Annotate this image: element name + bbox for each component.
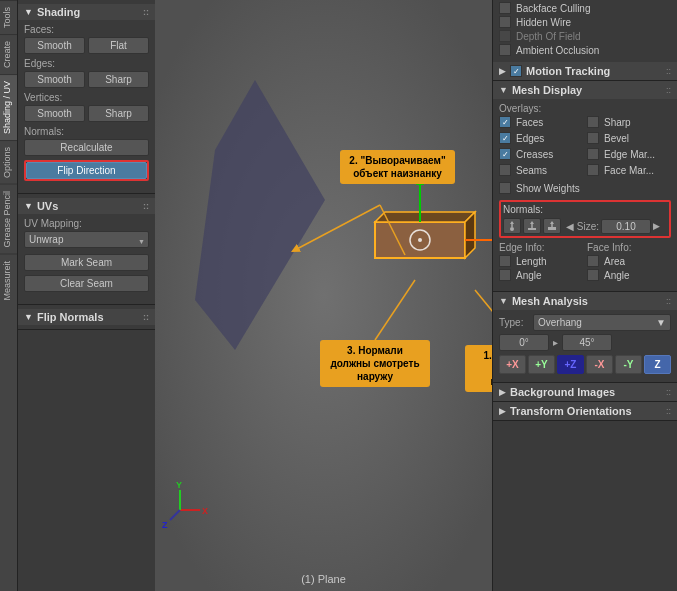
sharp-overlay-row: Sharp: [587, 116, 671, 128]
seams-check[interactable]: [499, 164, 511, 176]
mark-seam-row: Mark Seam: [24, 254, 149, 271]
sharp-verts-btn[interactable]: Sharp: [88, 105, 149, 122]
angle1-input[interactable]: [499, 334, 549, 351]
svg-marker-31: [550, 221, 554, 224]
depth-of-field-check[interactable]: [499, 30, 511, 42]
ambient-occlusion-label: Ambient Occlusion: [516, 45, 599, 56]
uvs-header[interactable]: ▼ UVs ::: [18, 198, 155, 214]
pos-z-btn[interactable]: +Z: [557, 355, 584, 374]
motion-tracking-section: ▶ Motion Tracking ::: [493, 62, 677, 81]
edge-length-row: Length: [499, 255, 583, 267]
left-panel: ▼ Shading :: Faces: Smooth Flat Edges: S…: [18, 0, 155, 591]
face-area-check[interactable]: [587, 255, 599, 267]
pos-y-btn[interactable]: -Y: [615, 355, 642, 374]
tab-shading-uv[interactable]: Shading / UV: [0, 74, 17, 140]
transform-axis-row: +X +Y +Z -X -Y Z: [499, 355, 671, 374]
bi-title: Background Images: [510, 386, 615, 398]
face-area-row: Area: [587, 255, 671, 267]
md-title: Mesh Display: [512, 84, 582, 96]
edge-info-col: Edge Info: Length Angle: [499, 242, 583, 283]
mesh-analysis-header[interactable]: ▼ Mesh Analysis ::: [493, 292, 677, 310]
neg-y-btn[interactable]: +Y: [528, 355, 555, 374]
creases-check[interactable]: [499, 148, 511, 160]
svg-line-20: [170, 510, 180, 520]
shading-triangle: ▼: [24, 7, 33, 17]
sharp-check[interactable]: [587, 116, 599, 128]
faces-overlay-row: Faces: [499, 116, 583, 128]
tab-tools[interactable]: Tools: [0, 0, 17, 34]
to-triangle: ▶: [499, 406, 506, 416]
smooth-verts-btn[interactable]: Smooth: [24, 105, 85, 122]
tab-options[interactable]: Options: [0, 140, 17, 184]
edges-btn-row: Smooth Sharp: [24, 71, 149, 88]
vertex-normal-btn[interactable]: [503, 218, 521, 234]
creases-overlay-label: Creases: [516, 149, 553, 160]
flat-faces-btn[interactable]: Flat: [88, 37, 149, 54]
ambient-occlusion-check[interactable]: [499, 44, 511, 56]
face-area-label: Area: [604, 256, 625, 267]
edge-length-check[interactable]: [499, 255, 511, 267]
clear-seam-row: Clear Seam: [24, 275, 149, 292]
uvs-title: UVs: [37, 200, 58, 212]
mt-check[interactable]: [510, 65, 522, 77]
edges-overlay-row: Edges: [499, 132, 583, 144]
show-weights-check[interactable]: [499, 182, 511, 194]
svg-marker-8: [416, 175, 424, 185]
shading-drag: ::: [143, 7, 149, 17]
mesh-display-header[interactable]: ▼ Mesh Display ::: [493, 81, 677, 99]
bevel-check[interactable]: [587, 132, 599, 144]
normals-size-input[interactable]: [601, 219, 651, 234]
angle2-input[interactable]: [562, 334, 612, 351]
clear-seam-btn[interactable]: Clear Seam: [24, 275, 149, 292]
shading-header[interactable]: ▼ Shading ::: [18, 4, 155, 20]
seams-overlay-label: Seams: [516, 165, 547, 176]
pos-x-btn[interactable]: -X: [586, 355, 613, 374]
seams-overlay-row: Seams: [499, 164, 583, 176]
top-checkboxes: Backface Culling Hidden Wire Depth Of Fi…: [493, 0, 677, 62]
transform-orientations-section: ▶ Transform Orientations ::: [493, 402, 677, 421]
uv-mapping-select[interactable]: Unwrap: [24, 231, 149, 248]
edge-length-label: Length: [516, 256, 547, 267]
hidden-wire-check[interactable]: [499, 16, 511, 28]
svg-marker-3: [375, 212, 475, 222]
viewport: Top Ortho: [155, 0, 492, 591]
flip-normals-drag: ::: [143, 312, 149, 322]
tab-grease-pencil[interactable]: Grease Pencil: [0, 184, 17, 254]
edge-mar-check[interactable]: [587, 148, 599, 160]
loop-normal-btn[interactable]: [523, 218, 541, 234]
flip-direction-row: Flip Direction: [24, 160, 149, 181]
normals-buttons: ◀ Size: ▶: [503, 218, 667, 234]
motion-tracking-header[interactable]: ▶ Motion Tracking ::: [493, 62, 677, 80]
edges-overlay-label: Edges: [516, 133, 544, 144]
z-btn[interactable]: Z: [644, 355, 671, 374]
flip-normals-header[interactable]: ▼ Flip Normals ::: [18, 309, 155, 325]
mark-seam-btn[interactable]: Mark Seam: [24, 254, 149, 271]
edge-angle-check[interactable]: [499, 269, 511, 281]
uv-mapping-select-wrapper: Unwrap: [24, 231, 149, 251]
tab-measureit[interactable]: Measureit: [0, 254, 17, 307]
smooth-edges-btn[interactable]: Smooth: [24, 71, 85, 88]
faces-label: Faces:: [24, 24, 149, 35]
face-normal-btn[interactable]: [543, 218, 561, 234]
to-drag: ::: [666, 406, 671, 416]
recalculate-btn[interactable]: Recalculate: [24, 139, 149, 156]
bevel-overlay-row: Bevel: [587, 132, 671, 144]
neg-x-btn[interactable]: +X: [499, 355, 526, 374]
sharp-edges-btn[interactable]: Sharp: [88, 71, 149, 88]
to-header[interactable]: ▶ Transform Orientations ::: [493, 402, 677, 420]
smooth-faces-btn[interactable]: Smooth: [24, 37, 85, 54]
type-dropdown[interactable]: Overhang ▼: [533, 314, 671, 331]
backface-culling-check[interactable]: [499, 2, 511, 14]
edges-check[interactable]: [499, 132, 511, 144]
tab-create[interactable]: Create: [0, 34, 17, 74]
flip-direction-btn[interactable]: Flip Direction: [26, 162, 147, 179]
svg-marker-25: [510, 221, 514, 224]
shading-body: Faces: Smooth Flat Edges: Smooth Sharp V…: [18, 20, 155, 189]
viewport-header: Top Ortho: [163, 4, 211, 16]
bg-images-header[interactable]: ▶ Background Images ::: [493, 383, 677, 401]
faces-check[interactable]: [499, 116, 511, 128]
mt-title: Motion Tracking: [526, 65, 610, 77]
size-right-arrow: ▶: [653, 221, 660, 231]
face-angle-check[interactable]: [587, 269, 599, 281]
face-mar-check[interactable]: [587, 164, 599, 176]
